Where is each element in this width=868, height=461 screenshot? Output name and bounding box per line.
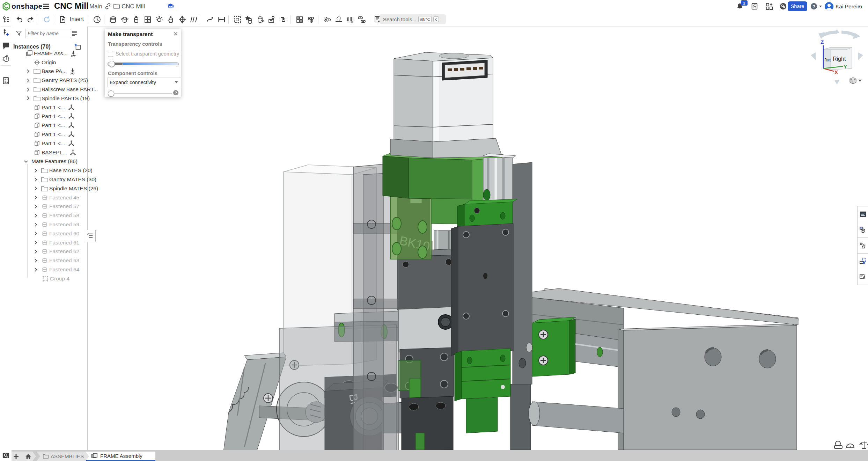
redo-button[interactable] — [26, 15, 35, 24]
link-icon[interactable] — [105, 3, 111, 9]
tree-item-gantry-mates-30[interactable]: Gantry MATES (30) — [12, 175, 87, 184]
filter-icon[interactable] — [16, 30, 22, 36]
chevron-right-icon[interactable] — [26, 87, 34, 92]
tree-item-fastened-64[interactable]: Fastened 64 — [12, 265, 87, 274]
tangent-mate-button[interactable] — [205, 15, 214, 24]
comments-icon[interactable] — [1, 41, 10, 50]
help-caret-icon[interactable] — [819, 6, 822, 7]
measure-icons[interactable] — [834, 441, 868, 448]
undo-button[interactable] — [15, 15, 24, 24]
tree-item-part-1[interactable]: Part 1 <... — [12, 139, 87, 148]
chevron-down-icon[interactable] — [24, 159, 31, 164]
fastened-mate-button[interactable] — [109, 15, 118, 24]
menu-icon[interactable] — [43, 3, 50, 9]
tree-item-fastened-60[interactable]: Fastened 60 — [12, 229, 87, 238]
history-panel-icon[interactable] — [1, 54, 10, 63]
chevron-right-icon[interactable] — [34, 240, 41, 246]
assembly-tree-icon[interactable] — [1, 15, 10, 24]
group-parts-button[interactable] — [233, 15, 242, 24]
history-button[interactable] — [93, 15, 102, 24]
tree-item-base-mates-20[interactable]: Base MATES (20) — [12, 166, 87, 175]
chevron-right-icon[interactable] — [34, 204, 41, 209]
dialog-close-icon[interactable]: ✕ — [173, 30, 178, 38]
help-icon[interactable]: ? — [810, 2, 818, 10]
named-positions-button[interactable] — [267, 15, 277, 24]
brand-name[interactable]: onshape — [12, 2, 42, 10]
chevron-right-icon[interactable] — [34, 195, 41, 200]
insert-label[interactable]: Insert — [70, 16, 84, 22]
document-title[interactable]: CNC Mill — [54, 1, 89, 11]
replicate-button[interactable] — [279, 15, 288, 24]
chevron-right-icon[interactable] — [34, 222, 41, 227]
home-tab[interactable] — [21, 452, 36, 461]
tree-item-basepl[interactable]: BASEPL... — [12, 148, 87, 157]
tree-item-ballscrew-base-part[interactable]: Ballscrew Base PART... — [12, 85, 87, 94]
ball-mate-button[interactable] — [155, 15, 164, 24]
chevron-right-icon[interactable] — [34, 213, 41, 218]
filter-input[interactable] — [25, 29, 71, 38]
tree-item-mate-features-86[interactable]: Mate Features (86) — [12, 157, 87, 166]
search-tabs-button[interactable] — [0, 450, 12, 461]
tree-item-origin[interactable]: Origin — [12, 58, 87, 67]
stepper-motor[interactable] — [390, 52, 502, 158]
parallel-mate-button[interactable] — [189, 15, 198, 24]
chevron-right-icon[interactable] — [34, 168, 41, 173]
apps-icon[interactable] — [765, 2, 773, 10]
gear-cluster-button[interactable] — [307, 15, 316, 24]
chevron-right-icon[interactable] — [26, 96, 34, 101]
chevron-right-icon[interactable] — [34, 231, 41, 236]
search-tools[interactable]: Search tools...alt/⌥c — [380, 14, 446, 24]
transparency-slider[interactable] — [108, 62, 179, 66]
folder-name[interactable]: CNC Mill — [122, 3, 145, 10]
chevron-right-icon[interactable] — [34, 186, 41, 191]
tree-item-part-1[interactable]: Part 1 <... — [12, 112, 87, 121]
versions-icon[interactable] — [1, 28, 10, 37]
view-cube[interactable]: Front Right Z X Y — [811, 29, 863, 85]
tree-item-part-1[interactable]: Part 1 <... — [12, 103, 87, 112]
component-slider-thumb[interactable] — [108, 90, 114, 97]
rack-relation-button[interactable] — [334, 15, 343, 24]
sync-button[interactable] — [42, 15, 51, 24]
component-slider[interactable] — [108, 93, 172, 94]
revolute-mate-button[interactable] — [120, 15, 129, 24]
tree-item-spindle-mates-26[interactable]: Spindle MATES (26) — [12, 184, 87, 193]
pin-slot-mate-button[interactable] — [178, 15, 187, 24]
tree-item-fastened-45[interactable]: Fastened 45 — [12, 193, 87, 202]
chevron-right-icon[interactable] — [34, 267, 41, 272]
planar-mate-button[interactable] — [143, 15, 152, 24]
belt-relation-button[interactable] — [357, 15, 366, 24]
gear-relation-button[interactable] — [323, 15, 332, 24]
tree-item-base-pa[interactable]: Base PA... — [12, 67, 87, 76]
tree-item-fastened-63[interactable]: Fastened 63 — [12, 256, 87, 265]
workspace-name[interactable]: Main — [89, 3, 102, 10]
share-button[interactable]: Share — [788, 1, 807, 11]
onshape-logo[interactable] — [2, 2, 10, 10]
follow-mode-icon[interactable] — [1, 76, 10, 85]
tree-item-part-1[interactable]: Part 1 <... — [12, 130, 87, 139]
list-view-icon[interactable] — [71, 30, 78, 36]
tree-item-fastened-58[interactable]: Fastened 58 — [12, 211, 87, 220]
assemblies-folder-tab[interactable]: ASSEMBLIES — [37, 452, 91, 461]
tree-item-group-4[interactable]: Group 4 — [12, 274, 87, 283]
expand-mode-select[interactable]: Expand: connectivity — [107, 78, 181, 87]
chevron-right-icon[interactable] — [26, 68, 34, 74]
tree-item-fastened-59[interactable]: Fastened 59 — [12, 220, 87, 229]
snapshot-button[interactable] — [244, 15, 253, 24]
shortcut-toolbars-button[interactable] — [857, 269, 868, 285]
screw-relation-button[interactable] — [346, 15, 355, 24]
part-configuration-button[interactable] — [857, 238, 868, 254]
limit-mate-button[interactable] — [217, 15, 226, 24]
tree-item-fastened-61[interactable]: Fastened 61 — [12, 238, 87, 247]
select-transparent-checkbox[interactable] — [108, 52, 113, 57]
chevron-right-icon[interactable] — [34, 177, 41, 182]
tree-item-fastened-57[interactable]: Fastened 57 — [12, 202, 87, 211]
chevron-right-icon[interactable] — [26, 78, 34, 83]
panel-collapse-handle[interactable] — [84, 230, 96, 242]
chevron-right-icon[interactable] — [34, 258, 41, 263]
learning-icon[interactable] — [779, 2, 787, 10]
pattern-grid-button[interactable] — [295, 15, 304, 24]
isometric-view-button[interactable] — [857, 222, 868, 238]
section-view-button[interactable] — [857, 254, 868, 269]
user-caret-icon[interactable] — [858, 6, 861, 7]
cylindrical-mate-button[interactable] — [166, 15, 175, 24]
